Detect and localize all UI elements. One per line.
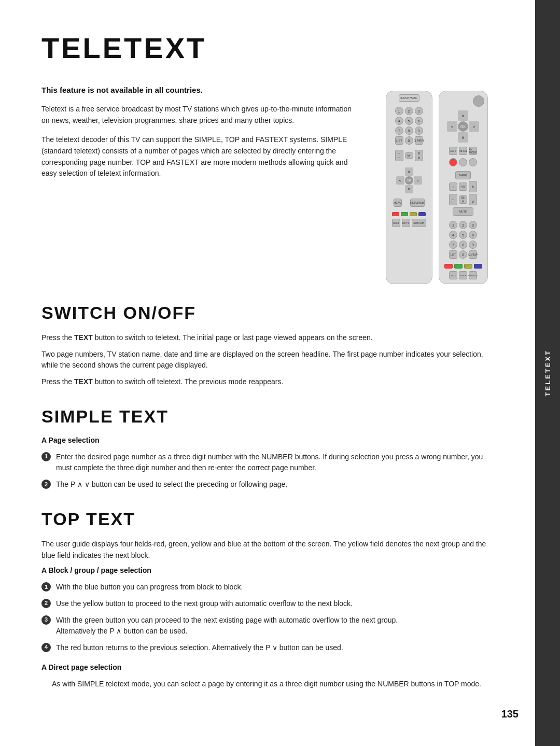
top-text-block-item-3-text: With the green button you can proceed to… [56,615,499,637]
top-text-title: TOP TEXT [41,509,499,529]
top-text-block-item-2: 2 Use the yellow button to proceed to th… [41,598,499,610]
side-tab: TELETEXT [535,0,560,746]
list-num-1: 1 [41,452,51,461]
list-num-2: 2 [41,480,51,489]
simple-text-title: SIMPLE TEXT [41,406,499,427]
simple-text-item-1: 1 Enter the desired page number as a thr… [41,452,499,474]
simple-text-item-2-text: The P ∧ ∨ button can be used to select t… [56,479,499,490]
switch-body-1: Press the TEXT button to switch to telet… [41,332,499,344]
top-text-block-item-1-text: With the blue button you can progress fr… [56,582,499,593]
top-text-block-item-1: 1 With the blue button you can progress … [41,582,499,593]
side-tab-label: TELETEXT [544,349,552,396]
top-list-num-4: 4 [41,643,51,652]
switch-on-off-title: SWITCH ON/OFF [41,303,499,323]
page-number: 135 [501,708,519,720]
simple-text-item-2: 2 The P ∧ ∨ button can be used to select… [41,479,499,490]
direct-page-body: As with SIMPLE teletext mode, you can se… [52,679,499,690]
top-list-num-2: 2 [41,599,51,608]
top-text-block: This feature is not available in all cou… [41,86,359,284]
top-text-block-item-4-text: The red button returns to the previous s… [56,642,499,654]
remote-illustration: INPUT/SRC 1 2 3 4 5 6 [374,86,499,284]
top-text-block-item-4: 4 The red button returns to the previous… [41,642,499,654]
simple-text-subsection: A Page selection [41,436,499,444]
block-group-subsection: A Block / group / page selection [41,566,499,574]
intro-para-2: The teletext decoder of this TV can supp… [41,134,359,179]
main-content: TELETEXT This feature is not available i… [0,0,535,746]
top-section: This feature is not available in all cou… [41,86,499,284]
direct-page-subsection: A Direct page selection [41,663,499,671]
feature-notice: This feature is not available in all cou… [41,86,359,94]
top-list-num-1: 1 [41,582,51,592]
simple-text-item-1-text: Enter the desired page number as a three… [56,452,499,474]
switch-body-2: Two page numbers, TV station name, date … [41,349,499,371]
page-title: TELETEXT [41,31,499,65]
top-text-block-item-3: 3 With the green button you can proceed … [41,615,499,637]
switch-body-3: Press the TEXT button to switch off tele… [41,376,499,388]
top-text-block-item-2-text: Use the yellow button to proceed to the … [56,598,499,610]
page-container: TELETEXT This feature is not available i… [0,0,560,746]
intro-para-1: Teletext is a free service broadcast by … [41,104,359,126]
top-list-num-3: 3 [41,615,51,625]
top-text-intro: The user guide displays four fields-red,… [41,539,499,561]
